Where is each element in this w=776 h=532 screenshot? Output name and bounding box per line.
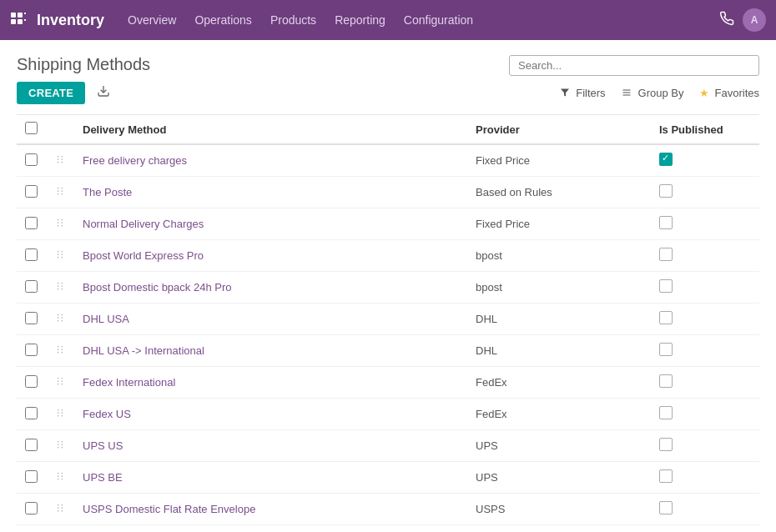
grid-icon[interactable] [10, 12, 27, 28]
svg-point-72 [61, 473, 63, 474]
row-checkbox[interactable] [25, 407, 38, 419]
search-box[interactable] [509, 55, 759, 76]
svg-point-82 [61, 510, 63, 512]
drag-handle[interactable] [46, 208, 74, 240]
delivery-method-cell: Normal Delivery Charges [74, 208, 467, 240]
published-checkbox[interactable] [659, 343, 673, 356]
row-checkbox[interactable] [25, 439, 38, 451]
published-checkbox[interactable] [659, 374, 673, 388]
svg-point-31 [58, 253, 59, 255]
delivery-method-link[interactable]: Free delivery charges [83, 154, 187, 167]
nav-item-overview[interactable]: Overview [128, 13, 176, 27]
row-checkbox[interactable] [25, 217, 38, 229]
drag-handle[interactable] [46, 240, 74, 272]
svg-point-35 [58, 283, 59, 284]
row-checkbox[interactable] [25, 153, 38, 166]
published-checkbox[interactable] [659, 469, 673, 483]
group-by-button[interactable]: Group By [621, 87, 684, 99]
published-checkbox[interactable] [659, 184, 673, 198]
row-checkbox[interactable] [25, 312, 38, 324]
published-checkbox[interactable] [659, 438, 673, 451]
delivery-method-cell: DHL USA -> International [74, 335, 467, 367]
svg-rect-3 [18, 19, 23, 24]
drag-handle[interactable] [46, 430, 74, 462]
svg-point-54 [61, 378, 63, 379]
is-published-cell [651, 525, 759, 533]
delivery-method-link[interactable]: DHL USA -> International [83, 344, 204, 357]
delivery-method-link[interactable]: DHL USA [83, 313, 129, 325]
svg-point-37 [58, 285, 59, 287]
phone-icon[interactable] [719, 11, 734, 30]
svg-point-28 [61, 225, 63, 227]
delivery-method-cell: USPS Domestic Flat Rate Envelope [74, 494, 467, 525]
svg-point-16 [61, 162, 63, 163]
is-published-cell [651, 430, 759, 462]
published-checkbox[interactable] [659, 216, 673, 229]
drag-handle[interactable] [46, 525, 74, 533]
row-checkbox[interactable] [25, 375, 38, 388]
delivery-method-link[interactable]: Bpost Domestic bpack 24h Pro [83, 281, 231, 294]
delivery-method-link[interactable]: UPS BE [83, 471, 123, 484]
drag-handle[interactable] [46, 462, 74, 494]
delivery-method-link[interactable]: Fedex International [83, 376, 175, 389]
delivery-method-link[interactable]: Bpost World Express Pro [83, 249, 204, 262]
published-checkbox[interactable] [659, 153, 673, 166]
provider-cell: USPS [467, 494, 651, 525]
published-checkbox[interactable] [659, 279, 673, 293]
drag-handle[interactable] [46, 335, 74, 367]
delivery-method-link[interactable]: Fedex US [83, 408, 131, 420]
drag-handle[interactable] [46, 177, 74, 208]
svg-point-19 [58, 190, 59, 192]
published-checkbox[interactable] [659, 311, 673, 324]
user-avatar[interactable]: A [743, 8, 766, 32]
table-row: Bpost Domestic bpack 24h Probpost [17, 272, 759, 304]
delivery-method-link[interactable]: The Poste [83, 186, 132, 198]
select-all-checkbox[interactable] [25, 122, 38, 134]
published-checkbox[interactable] [659, 501, 673, 514]
filters-button[interactable]: Filters [560, 87, 605, 99]
provider-cell: FedEx [467, 367, 651, 399]
row-checkbox[interactable] [25, 248, 38, 261]
drag-handle[interactable] [46, 399, 74, 430]
favorites-button[interactable]: ★ Favorites [699, 87, 759, 99]
provider-cell: bpost [467, 272, 651, 304]
is-published-cell [651, 177, 759, 208]
page-title: Shipping Methods [17, 55, 150, 74]
svg-point-11 [58, 156, 59, 158]
svg-point-29 [58, 251, 59, 253]
drag-handle[interactable] [46, 304, 74, 335]
nav-item-products[interactable]: Products [270, 13, 316, 27]
download-button[interactable] [92, 81, 115, 104]
published-checkbox[interactable] [659, 248, 673, 261]
table-row: UPS BEUPS [17, 462, 759, 494]
is-published-cell [651, 494, 759, 525]
published-checkbox[interactable] [659, 406, 673, 419]
row-checkbox[interactable] [25, 185, 38, 198]
drag-handle[interactable] [46, 272, 74, 304]
provider-header[interactable]: Provider [467, 115, 651, 144]
table-row: DHL USA -> InternationalDHL [17, 335, 759, 367]
svg-point-60 [61, 409, 63, 411]
create-button[interactable]: CREATE [17, 82, 85, 104]
svg-point-38 [61, 285, 63, 287]
svg-point-62 [61, 412, 63, 414]
drag-handle[interactable] [46, 367, 74, 399]
svg-point-26 [61, 222, 63, 223]
is-published-header[interactable]: Is Published [651, 115, 759, 144]
row-checkbox[interactable] [25, 344, 38, 356]
delivery-method-cell: Free delivery charges [74, 144, 467, 177]
delivery-method-header[interactable]: Delivery Method [74, 115, 467, 144]
delivery-method-link[interactable]: Normal Delivery Charges [83, 218, 204, 230]
search-input[interactable] [518, 59, 750, 72]
nav-item-reporting[interactable]: Reporting [335, 13, 385, 27]
drag-handle[interactable] [46, 144, 74, 177]
drag-handle[interactable] [46, 494, 74, 525]
row-checkbox[interactable] [25, 470, 38, 483]
delivery-method-link[interactable]: UPS US [83, 439, 123, 452]
main-content: Shipping Methods CREATE [0, 40, 776, 532]
row-checkbox[interactable] [25, 280, 38, 293]
nav-item-configuration[interactable]: Configuration [404, 13, 473, 27]
nav-item-operations[interactable]: Operations [194, 13, 251, 27]
row-checkbox[interactable] [25, 502, 38, 514]
delivery-method-link[interactable]: USPS Domestic Flat Rate Envelope [83, 503, 255, 515]
